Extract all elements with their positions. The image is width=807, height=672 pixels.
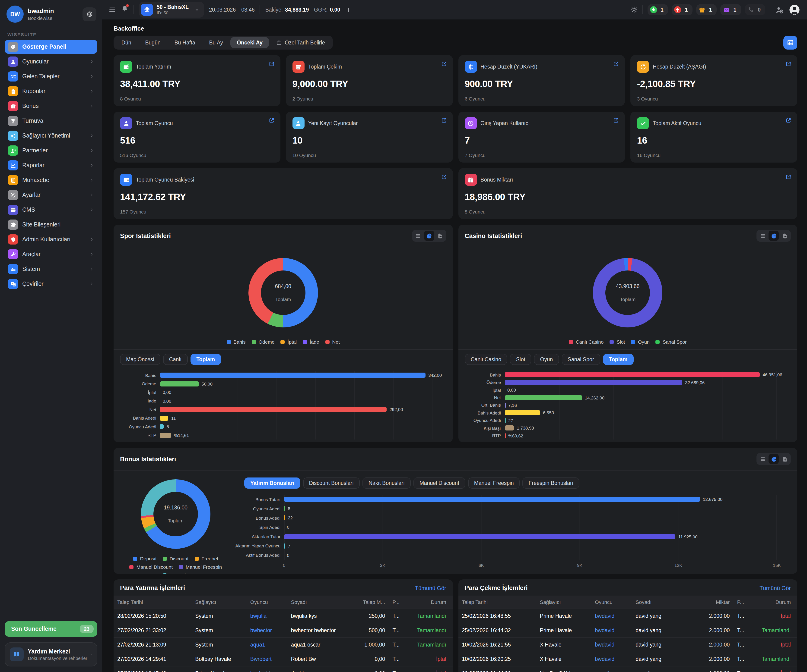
- menu-icon[interactable]: [108, 6, 116, 13]
- table-row[interactable]: 27/02/2026 21:33:02Systembwhectorbwhecto…: [114, 623, 453, 637]
- chart-tab-manuel-freespin[interactable]: Manuel Freespin: [468, 477, 520, 488]
- chart-tab-manuel-discount[interactable]: Manuel Discount: [413, 477, 465, 488]
- player-link[interactable]: bwdavid: [595, 642, 614, 647]
- user-session-icon[interactable]: [775, 5, 784, 14]
- export-button[interactable]: [780, 454, 790, 464]
- external-link-icon: [91, 651, 92, 657]
- export-button[interactable]: [435, 231, 445, 241]
- language-button[interactable]: [83, 7, 96, 21]
- layout-grid-button[interactable]: [783, 36, 797, 50]
- badge-mail[interactable]: 1: [720, 4, 741, 15]
- sidebar-item-raporlar[interactable]: Raporlar: [5, 158, 97, 172]
- sidebar-item-eviriler[interactable]: AÇeviriler: [5, 277, 97, 291]
- pie-view-button[interactable]: [424, 231, 434, 241]
- chart-tab-canl[interactable]: Canlı: [163, 354, 188, 365]
- table-view-button[interactable]: [757, 231, 767, 241]
- profile-avatar-icon[interactable]: [789, 4, 800, 16]
- pie-view-button[interactable]: [769, 454, 779, 464]
- sidebar-item-gelen-talepler[interactable]: Gelen Talepler: [5, 70, 97, 83]
- chart-tab-nakit-bonuslar[interactable]: Nakit Bonusları: [362, 477, 411, 488]
- chart-tab-canl-casino[interactable]: Canlı Casino: [465, 354, 507, 365]
- table-row[interactable]: 25/02/2026 16:44:32Prime Havalebwdavidda…: [458, 623, 797, 637]
- external-link-icon[interactable]: [268, 61, 275, 67]
- sidebar-item-g-sterge-paneli[interactable]: Gösterge Paneli: [5, 40, 97, 54]
- sidebar-item-oyuncular[interactable]: Oyuncular: [5, 55, 97, 68]
- player-link[interactable]: Bwrobert: [250, 656, 272, 662]
- chart-tab-oyun[interactable]: Oyun: [534, 354, 559, 365]
- sidebar-item-bonus[interactable]: Bonus: [5, 99, 97, 113]
- player-link[interactable]: aqua1: [250, 642, 265, 647]
- external-link-icon[interactable]: [440, 61, 447, 67]
- chart-tab-toplam[interactable]: Toplam: [190, 354, 221, 365]
- sidebar-item-label: Gelen Talepler: [22, 73, 85, 79]
- player-link[interactable]: bwdavid: [595, 627, 614, 633]
- external-link-icon[interactable]: [440, 174, 447, 180]
- external-link-icon[interactable]: [440, 117, 447, 124]
- cell-surname: aqua1 oscar: [632, 666, 693, 672]
- table-view-button[interactable]: [413, 231, 423, 241]
- table-view-button[interactable]: [757, 454, 767, 464]
- sidebar-item-turnuva[interactable]: Turnuva: [5, 114, 97, 128]
- date-tab-d-n[interactable]: Dün: [115, 37, 138, 48]
- external-link-icon[interactable]: [785, 61, 792, 67]
- chart-tab-freespin-bonuslar[interactable]: Freespin Bonusları: [523, 477, 580, 488]
- table-row[interactable]: 25/02/2026 16:48:55Prime Havalebwdavidda…: [458, 609, 797, 623]
- player-link[interactable]: bwdavid: [595, 613, 614, 619]
- sidebar-item-kuponlar[interactable]: Kuponlar: [5, 84, 97, 98]
- badge-phone[interactable]: 0: [745, 4, 765, 15]
- external-link-icon[interactable]: [268, 117, 275, 124]
- chart-tab-yat-r-m-bonuslar[interactable]: Yatırım Bonusları: [244, 477, 300, 488]
- chart-tab-toplam[interactable]: Toplam: [603, 354, 633, 365]
- notifications-button[interactable]: [121, 5, 128, 14]
- sidebar-item-sistem[interactable]: Sistem: [5, 262, 97, 276]
- external-link-icon[interactable]: [613, 61, 619, 67]
- help-center-card[interactable]: Yardım Merkezi Dokümantasyon ve rehberle…: [5, 642, 97, 667]
- player-link[interactable]: bwdavid: [595, 656, 614, 662]
- see-all-link[interactable]: Tümünü Gör: [759, 585, 791, 591]
- sidebar-item-label: Ayarlar: [22, 192, 85, 198]
- date-tab-bug-n[interactable]: Bugün: [139, 37, 167, 48]
- sidebar-item-cms[interactable]: CMS: [5, 203, 97, 217]
- table-row[interactable]: 09/02/2026 21:44:30NeoPayS Kriptoaqua1aq…: [458, 666, 797, 672]
- table-row[interactable]: 10/02/2026 16:21:55X Havalebwdaviddavid …: [458, 637, 797, 652]
- date-tab-nceki-ay[interactable]: Önceki Ay: [230, 37, 269, 48]
- sidebar-item-admin-kullan-c-lar[interactable]: Admin Kullanıcıları: [5, 232, 97, 247]
- cell-amount: 250,00: [348, 609, 389, 623]
- pie-view-button[interactable]: [769, 231, 779, 241]
- settings-gear-icon[interactable]: [630, 6, 638, 13]
- sidebar-item-ayarlar[interactable]: Ayarlar: [5, 188, 97, 202]
- sidebar-item-partnerler[interactable]: Partnerler: [5, 144, 97, 157]
- badge-withdraw-arrow[interactable]: 1: [672, 4, 692, 15]
- add-icon[interactable]: [345, 7, 351, 13]
- chart-tab-sanal-spor[interactable]: Sanal Spor: [561, 354, 600, 365]
- chart-tab-ma-ncesi[interactable]: Maç Öncesi: [120, 354, 160, 365]
- table-row[interactable]: 28/02/2026 15:20:50Systembwjuliabwjulia …: [114, 609, 453, 623]
- external-link-icon[interactable]: [785, 174, 792, 180]
- date-tab-bu-ay[interactable]: Bu Ay: [203, 37, 229, 48]
- table-row[interactable]: 27/02/2026 21:13:09Systemaqua1aqua1 osca…: [114, 637, 453, 652]
- last-update-button[interactable]: Son Güncelleme 23: [5, 621, 97, 637]
- badge-deposit-arrow[interactable]: 1: [648, 4, 668, 15]
- external-link-icon[interactable]: [785, 117, 792, 124]
- avatar[interactable]: BW: [7, 5, 24, 23]
- see-all-link[interactable]: Tümünü Gör: [415, 585, 446, 591]
- player-link[interactable]: bwhector: [250, 627, 272, 633]
- sidebar-item-ara-lar[interactable]: Araçlar: [5, 247, 97, 261]
- table-row[interactable]: 10/02/2026 16:20:25X Havalebwdaviddavid …: [458, 652, 797, 666]
- player-link[interactable]: bwdavid: [250, 670, 270, 672]
- player-link[interactable]: aqua1: [595, 670, 610, 672]
- external-link-icon[interactable]: [613, 117, 619, 124]
- export-button[interactable]: [780, 231, 790, 241]
- sidebar-item-site-bile-enleri[interactable]: Site Bileşenleri: [5, 218, 97, 232]
- site-selector[interactable]: 50 - BahisXL ID: 50: [139, 2, 204, 18]
- sidebar-item-sa-lay-c-y-netimi[interactable]: Sağlayıcı Yönetimi: [5, 129, 97, 142]
- badge-gift[interactable]: 1: [696, 4, 717, 15]
- player-link[interactable]: bwjulia: [250, 613, 267, 619]
- date-tab-zel-tarih-belirle[interactable]: Özel Tarih Belirle: [270, 37, 331, 48]
- date-tab-bu-hafta[interactable]: Bu Hafta: [168, 37, 202, 48]
- sidebar-item-muhasebe[interactable]: Muhasebe: [5, 173, 97, 187]
- table-row[interactable]: 25/02/2026 16:45:40Prime Havalebwdavidda…: [114, 666, 453, 672]
- chart-tab-discount-bonuslar[interactable]: Discount Bonusları: [303, 477, 360, 488]
- chart-tab-slot[interactable]: Slot: [510, 354, 531, 365]
- table-row[interactable]: 27/02/2026 14:29:41Boltpay HavaleBwrober…: [114, 652, 453, 666]
